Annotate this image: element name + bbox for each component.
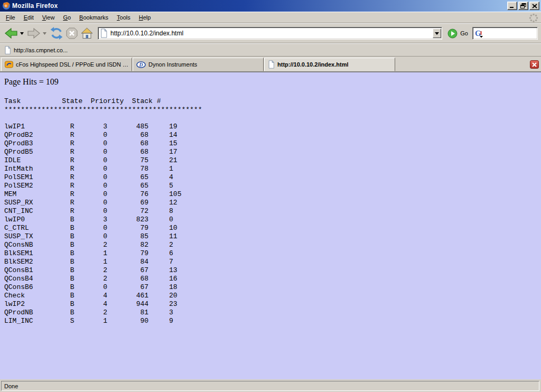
- search-box: G: [472, 27, 538, 40]
- document-icon: [268, 60, 275, 69]
- browser-window: Mozilla Firefox File Edit View Go Bookma…: [0, 0, 541, 392]
- status-text: Done: [1, 381, 539, 391]
- document-icon: [100, 29, 108, 38]
- forward-icon: [27, 27, 41, 40]
- dynon-icon: D: [136, 61, 146, 68]
- svg-text:D: D: [139, 62, 143, 68]
- navigation-toolbar: Go G: [0, 23, 541, 43]
- stop-button[interactable]: [64, 25, 79, 42]
- restore-button[interactable]: [518, 2, 528, 10]
- restore-icon: [520, 3, 526, 8]
- home-icon: [80, 27, 94, 40]
- tab-index-html[interactable]: http://10.0.10.2/index.html: [264, 58, 395, 71]
- back-icon: [4, 27, 18, 40]
- tab-label: cFos Highspeed DSL / PPPoE und ISDN CAP.…: [16, 61, 128, 68]
- back-button[interactable]: [3, 25, 19, 42]
- menu-help[interactable]: Help: [135, 13, 155, 22]
- google-icon[interactable]: G: [474, 29, 483, 38]
- minimize-icon: [509, 3, 515, 8]
- forward-dropdown[interactable]: [42, 25, 47, 42]
- back-dropdown[interactable]: [19, 25, 24, 42]
- go-label: Go: [460, 30, 468, 36]
- menu-bookmarks[interactable]: Bookmarks: [75, 13, 113, 22]
- page-content: Page Hits = 109 Task State Priority Stac…: [0, 72, 541, 379]
- home-button[interactable]: [79, 25, 95, 42]
- url-dropdown-button[interactable]: [433, 29, 441, 38]
- menu-tools[interactable]: Tools: [113, 13, 135, 22]
- throbber-icon: [529, 13, 538, 23]
- stop-icon: [66, 27, 78, 40]
- menu-file[interactable]: File: [2, 13, 20, 22]
- menubar: File Edit View Go Bookmarks Tools Help: [0, 12, 541, 23]
- url-bar: [98, 27, 442, 40]
- tab-bar: cFos Highspeed DSL / PPPoE und ISDN CAP.…: [0, 57, 541, 72]
- go-icon: [447, 29, 458, 39]
- tab-label: Dynon Instruments: [148, 61, 197, 68]
- close-icon: [532, 4, 537, 8]
- menu-view[interactable]: View: [38, 13, 59, 22]
- chevron-down-icon: [43, 32, 46, 35]
- document-icon: [4, 46, 11, 54]
- page-hits-text: Page Hits = 109: [4, 77, 541, 87]
- url-input[interactable]: [108, 30, 433, 37]
- tab-label: http://10.0.10.2/index.html: [277, 61, 348, 68]
- tab-cfos[interactable]: cFos Highspeed DSL / PPPoE und ISDN CAP.…: [1, 58, 132, 71]
- titlebar: Mozilla Firefox: [0, 0, 541, 12]
- tab-dynon[interactable]: D Dynon Instruments: [133, 58, 264, 71]
- chevron-down-icon: [20, 32, 24, 35]
- menu-go[interactable]: Go: [59, 13, 75, 22]
- window-title: Mozilla Firefox: [12, 2, 506, 10]
- status-bar: Done: [0, 379, 541, 392]
- minimize-button[interactable]: [507, 2, 517, 10]
- firefox-icon: [2, 2, 11, 10]
- bookmark-label: http://as.cmpnet.co...: [14, 47, 68, 53]
- forward-button[interactable]: [26, 25, 42, 42]
- search-input[interactable]: [483, 30, 536, 37]
- chevron-down-icon: [435, 32, 439, 35]
- go-button[interactable]: Go: [447, 29, 468, 39]
- task-table: Task State Priority Stack # ************…: [4, 97, 541, 325]
- reload-icon: [50, 26, 63, 40]
- reload-button[interactable]: [49, 25, 64, 42]
- close-icon: [532, 62, 537, 67]
- bookmarks-toolbar: http://as.cmpnet.co...: [0, 43, 541, 57]
- close-button[interactable]: [529, 2, 539, 10]
- close-tab-button[interactable]: [530, 60, 539, 69]
- bookmark-item[interactable]: http://as.cmpnet.co...: [3, 45, 71, 55]
- menu-edit[interactable]: Edit: [20, 13, 38, 22]
- cfos-icon: [5, 60, 13, 69]
